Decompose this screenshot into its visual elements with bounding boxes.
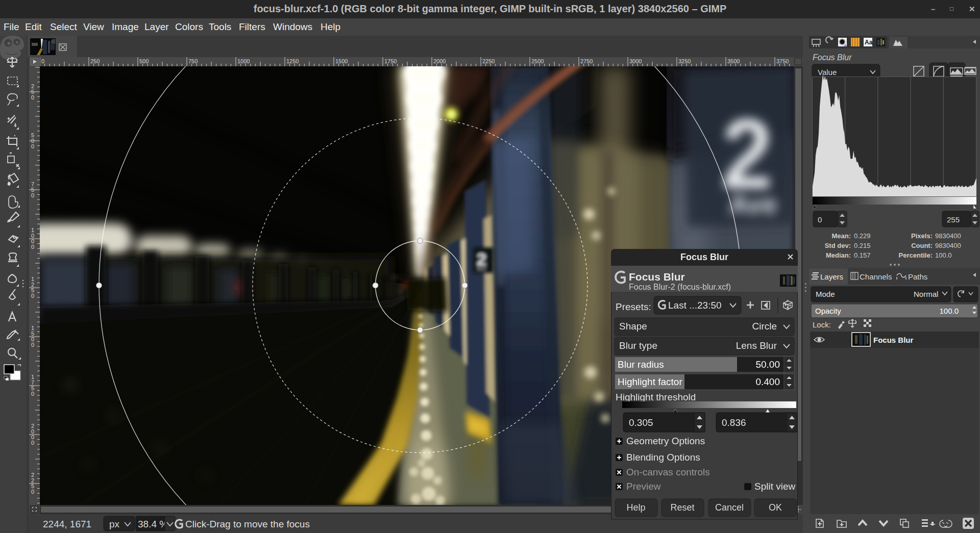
svg-text:3250: 3250 — [678, 58, 691, 64]
svg-text:OK: OK — [769, 502, 782, 513]
svg-text:0: 0 — [31, 143, 34, 149]
svg-text:0.305: 0.305 — [629, 417, 653, 428]
svg-text:Highlight threshold: Highlight threshold — [616, 392, 696, 402]
svg-text:2000: 2000 — [433, 58, 446, 64]
svg-text:Cancel: Cancel — [715, 502, 744, 513]
svg-text:3500: 3500 — [727, 58, 740, 64]
svg-text:2250: 2250 — [482, 58, 495, 64]
svg-text:Blending Options: Blending Options — [626, 452, 700, 463]
svg-text:0: 0 — [41, 58, 44, 64]
svg-text:Ave: Ave — [477, 266, 486, 271]
svg-text:Focus Blur-2 (focus-blur.xcf): Focus Blur-2 (focus-blur.xcf) — [629, 283, 731, 291]
svg-text:3000: 3000 — [629, 58, 642, 64]
svg-text:0: 0 — [31, 244, 34, 250]
svg-text:38.4 %: 38.4 % — [138, 519, 168, 529]
svg-text:0: 0 — [31, 94, 34, 100]
svg-text:0: 0 — [31, 489, 34, 495]
svg-text:Value: Value — [818, 68, 837, 77]
svg-text:Presets:: Presets: — [616, 301, 651, 312]
svg-text:0: 0 — [31, 293, 34, 299]
svg-text:Count:: Count: — [911, 242, 933, 249]
svg-text:255: 255 — [947, 215, 960, 224]
svg-text:Focus Blur: Focus Blur — [680, 252, 728, 262]
svg-text:0.215: 0.215 — [854, 242, 871, 249]
svg-text:500: 500 — [139, 58, 149, 64]
svg-text:Lock:: Lock: — [813, 320, 831, 329]
svg-text:+: + — [844, 43, 847, 48]
svg-text:Focus Blur: Focus Blur — [629, 271, 685, 283]
svg-text:9830400: 9830400 — [935, 242, 961, 249]
svg-text:px: px — [109, 519, 120, 529]
svg-text:Opacity: Opacity — [815, 307, 841, 315]
svg-text:Median:: Median: — [826, 251, 851, 259]
svg-text:Circle: Circle — [752, 321, 777, 332]
svg-text:Geometry Options: Geometry Options — [626, 436, 705, 446]
svg-text:0: 0 — [31, 391, 34, 397]
svg-text:Shape: Shape — [619, 321, 647, 332]
svg-text:1750: 1750 — [384, 58, 397, 64]
svg-text:1500: 1500 — [335, 58, 348, 64]
svg-text:0.229: 0.229 — [854, 232, 871, 240]
svg-text:Layers: Layers — [820, 272, 843, 281]
svg-text:1000: 1000 — [237, 58, 250, 64]
svg-text:0: 0 — [818, 215, 822, 224]
svg-text:2750: 2750 — [580, 58, 593, 64]
svg-text:3750: 3750 — [776, 58, 789, 64]
svg-text:100.0: 100.0 — [939, 307, 959, 315]
svg-text:2244, 1671: 2244, 1671 — [43, 519, 91, 529]
svg-text:Percentile:: Percentile: — [899, 251, 933, 259]
svg-text:Pixels:: Pixels: — [911, 232, 933, 240]
svg-text:Click-Drag to move the focus: Click-Drag to move the focus — [185, 519, 310, 529]
svg-text:0: 0 — [31, 192, 34, 198]
svg-text:Channels: Channels — [860, 272, 892, 281]
svg-text:0.400: 0.400 — [755, 376, 780, 387]
svg-text:Help: Help — [626, 502, 645, 513]
svg-text:0: 0 — [31, 440, 34, 446]
svg-text:Ave: Ave — [729, 189, 777, 219]
svg-text:Mean:: Mean: — [831, 232, 851, 240]
svg-text:Blur radius: Blur radius — [618, 359, 664, 370]
svg-text:Blur type: Blur type — [619, 340, 657, 351]
svg-text:Reset: Reset — [670, 502, 694, 513]
svg-text:0.836: 0.836 — [722, 417, 746, 428]
svg-text:0: 0 — [31, 342, 34, 348]
svg-text:Last ...23:50: Last ...23:50 — [668, 300, 722, 311]
svg-text:Highlight factor: Highlight factor — [618, 376, 682, 387]
svg-text:100.0: 100.0 — [935, 251, 952, 259]
svg-text:2500: 2500 — [531, 58, 544, 64]
svg-text:On-canvas controls: On-canvas controls — [626, 467, 710, 477]
svg-text:1250: 1250 — [286, 58, 299, 64]
svg-text:Std dev:: Std dev: — [825, 242, 851, 249]
svg-text:9830400: 9830400 — [935, 232, 961, 240]
svg-text:Focus Blur: Focus Blur — [873, 336, 914, 344]
svg-text:50.00: 50.00 — [755, 359, 780, 370]
svg-text:750: 750 — [188, 58, 198, 64]
svg-text:Split view: Split view — [754, 481, 796, 492]
svg-text:Normal: Normal — [914, 290, 938, 298]
svg-text:Paths: Paths — [908, 272, 927, 281]
svg-text:Focus Blur: Focus Blur — [813, 53, 852, 62]
svg-text:0.157: 0.157 — [854, 251, 871, 259]
svg-text:Preview: Preview — [626, 481, 661, 492]
svg-text:250: 250 — [90, 58, 100, 64]
svg-text:Aa: Aa — [865, 39, 873, 46]
svg-text:Mode: Mode — [816, 290, 835, 298]
svg-text:Lens Blur: Lens Blur — [736, 340, 777, 351]
